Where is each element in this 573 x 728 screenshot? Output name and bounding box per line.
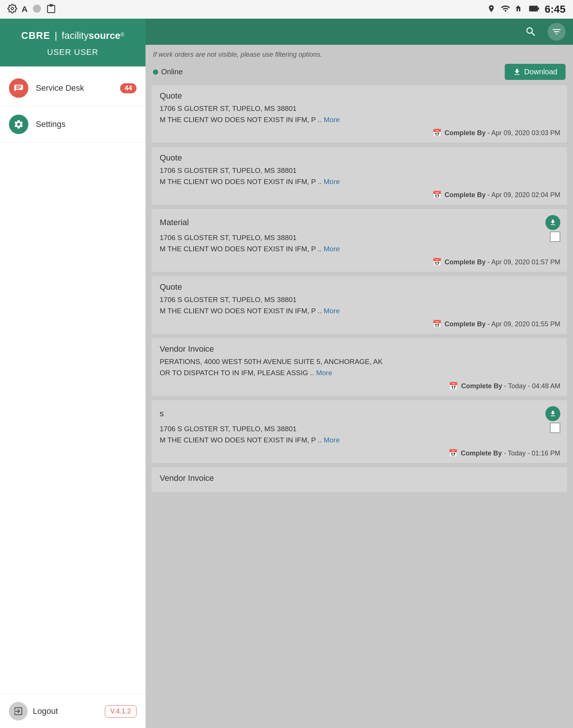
calendar-icon-4: 📅 xyxy=(432,320,442,329)
logo-divider: | xyxy=(55,30,57,41)
wo-card-2-type: Quote xyxy=(160,153,182,163)
clipboard-icon xyxy=(46,4,56,15)
wo-card-7-type: Vendor Invoice xyxy=(160,473,214,483)
sidebar: CBRE | facilitysource® USER USER Service… xyxy=(0,19,145,728)
app-header xyxy=(145,19,573,45)
online-bar: Online Download xyxy=(151,64,567,80)
logout-icon xyxy=(9,702,28,721)
wo-card-1-more[interactable]: More xyxy=(324,116,340,124)
wo-card-4-type: Quote xyxy=(160,282,182,292)
settings-icon-circle xyxy=(9,115,28,134)
wo-card-3-complete-by: Complete By - Apr 09, 2020 01:57 PM xyxy=(445,258,560,266)
version-badge: V.4.1.2 xyxy=(105,705,137,718)
wo-card-4-footer: 📅 Complete By - Apr 09, 2020 01:55 PM xyxy=(160,320,560,329)
sidebar-badge-service-desk: 44 xyxy=(120,83,137,93)
svg-rect-5 xyxy=(530,6,537,11)
wo-card-4-more[interactable]: More xyxy=(324,307,340,315)
content-area: If work orders are not visible, please u… xyxy=(145,45,573,728)
wo-card-6[interactable]: s 1706 S GLOSTER ST, TUPELO, MS 38801 M … xyxy=(151,400,567,463)
status-bar-left: A xyxy=(7,4,56,15)
wo-card-1[interactable]: Quote 1706 S GLOSTER ST, TUPELO, MS 3880… xyxy=(151,85,567,143)
wo-card-5-address: PERATIONS, 4000 WEST 50TH AVENUE SUITE 5… xyxy=(160,358,560,366)
sidebar-footer: Logout V.4.1.2 xyxy=(0,694,145,728)
wo-card-4-complete-by: Complete By - Apr 09, 2020 01:55 PM xyxy=(445,320,560,328)
logo-cbre: CBRE xyxy=(21,30,50,41)
svg-rect-6 xyxy=(538,7,539,10)
wo-card-2-header: Quote xyxy=(160,153,560,163)
wo-card-3-checkbox[interactable] xyxy=(550,231,560,242)
calendar-icon-5: 📅 xyxy=(449,382,458,391)
wo-card-5-more[interactable]: More xyxy=(316,369,332,377)
calendar-icon-6: 📅 xyxy=(448,449,458,458)
wo-card-5-header: Vendor Invoice xyxy=(160,344,560,354)
wo-card-6-footer: 📅 Complete By - Today - 01:16 PM xyxy=(160,449,560,458)
logout-label: Logout xyxy=(33,706,58,716)
service-desk-icon-circle xyxy=(9,78,28,98)
wo-card-3-address: 1706 S GLOSTER ST, TUPELO, MS 38801 xyxy=(160,234,560,242)
filter-notice: If work orders are not visible, please u… xyxy=(151,51,567,59)
calendar-icon-1: 📅 xyxy=(432,128,442,137)
wo-card-3-header: Material xyxy=(160,215,560,230)
wo-card-7[interactable]: Vendor Invoice xyxy=(151,467,567,492)
wo-card-1-address: 1706 S GLOSTER ST, TUPELO, MS 38801 xyxy=(160,105,560,113)
wo-card-6-header: s xyxy=(160,406,560,421)
sidebar-username: USER USER xyxy=(47,47,98,57)
online-label: Online xyxy=(161,68,183,76)
calendar-icon-3: 📅 xyxy=(432,258,442,267)
wo-card-3-desc: M THE CLIENT WO DOES NOT EXIST IN IFM, P… xyxy=(160,245,560,253)
wo-card-4-desc: M THE CLIENT WO DOES NOT EXIST IN IFM, P… xyxy=(160,307,560,315)
wo-card-6-desc: M THE CLIENT WO DOES NOT EXIST IN IFM, P… xyxy=(160,436,560,444)
wo-card-6-address: 1706 S GLOSTER ST, TUPELO, MS 38801 xyxy=(160,425,560,433)
wo-card-2-desc: M THE CLIENT WO DOES NOT EXIST IN IFM, P… xyxy=(160,178,560,186)
logout-button[interactable]: Logout xyxy=(9,702,58,721)
wo-card-3-download-icon[interactable] xyxy=(545,215,560,230)
wo-card-6-complete-by: Complete By - Today - 01:16 PM xyxy=(461,449,560,457)
svg-point-1 xyxy=(33,4,41,13)
wo-card-5-desc: OR TO DISPATCH TO IN IFM, PLEASE ASSIG .… xyxy=(160,369,560,377)
calendar-icon-2: 📅 xyxy=(432,190,442,199)
circle-icon xyxy=(32,4,42,15)
wo-card-2-footer: 📅 Complete By - Apr 09, 2020 02:04 PM xyxy=(160,190,560,199)
wifi-icon xyxy=(501,4,510,15)
battery-icon xyxy=(529,5,539,13)
status-bar: A 6:45 xyxy=(0,0,573,19)
wo-card-1-complete-by: Complete By - Apr 09, 2020 03:03 PM xyxy=(445,129,560,137)
logo-facilitysource: facilitysource® xyxy=(62,30,124,41)
online-indicator: Online xyxy=(153,68,183,76)
wo-card-6-more[interactable]: More xyxy=(324,436,340,444)
signal-icon xyxy=(516,4,524,14)
wo-card-1-type: Quote xyxy=(160,91,182,101)
wo-card-6-checkbox[interactable] xyxy=(550,423,560,433)
search-button[interactable] xyxy=(522,22,540,41)
text-icon: A xyxy=(22,4,28,14)
wo-card-6-type: s xyxy=(160,409,164,419)
wo-card-5-footer: 📅 Complete By - Today - 04:48 AM xyxy=(160,382,560,391)
wo-card-5[interactable]: Vendor Invoice PERATIONS, 4000 WEST 50TH… xyxy=(151,338,567,396)
wo-card-4-address: 1706 S GLOSTER ST, TUPELO, MS 38801 xyxy=(160,296,560,304)
wo-card-3[interactable]: Material 1706 S GLOSTER ST, TUPELO, MS 3… xyxy=(151,209,567,272)
main-content: If work orders are not visible, please u… xyxy=(145,19,573,728)
sidebar-logo: CBRE | facilitysource® xyxy=(21,30,124,41)
download-button[interactable]: Download xyxy=(505,64,566,80)
wo-card-2[interactable]: Quote 1706 S GLOSTER ST, TUPELO, MS 3880… xyxy=(151,147,567,205)
wo-card-5-type: Vendor Invoice xyxy=(160,344,214,354)
status-time: 6:45 xyxy=(545,3,566,15)
wo-card-3-more[interactable]: More xyxy=(324,245,340,253)
svg-point-0 xyxy=(11,7,14,10)
sidebar-item-settings[interactable]: Settings xyxy=(0,106,145,143)
sidebar-item-label-service-desk: Service Desk xyxy=(36,83,120,93)
location-icon xyxy=(487,4,495,14)
wo-card-2-more[interactable]: More xyxy=(324,178,340,186)
status-bar-right: 6:45 xyxy=(487,3,566,15)
wo-card-1-footer: 📅 Complete By - Apr 09, 2020 03:03 PM xyxy=(160,128,560,137)
online-dot xyxy=(153,69,158,75)
sidebar-item-label-settings: Settings xyxy=(36,119,137,129)
wo-card-3-type: Material xyxy=(160,218,189,227)
wo-card-2-address: 1706 S GLOSTER ST, TUPELO, MS 38801 xyxy=(160,167,560,175)
wo-card-1-desc: M THE CLIENT WO DOES NOT EXIST IN IFM, P… xyxy=(160,116,560,124)
wo-card-4[interactable]: Quote 1706 S GLOSTER ST, TUPELO, MS 3880… xyxy=(151,276,567,334)
sidebar-item-service-desk[interactable]: Service Desk 44 xyxy=(0,70,145,106)
wo-card-6-download-icon[interactable] xyxy=(545,406,560,421)
filter-button[interactable] xyxy=(548,23,566,41)
wo-card-3-footer: 📅 Complete By - Apr 09, 2020 01:57 PM xyxy=(160,258,560,267)
